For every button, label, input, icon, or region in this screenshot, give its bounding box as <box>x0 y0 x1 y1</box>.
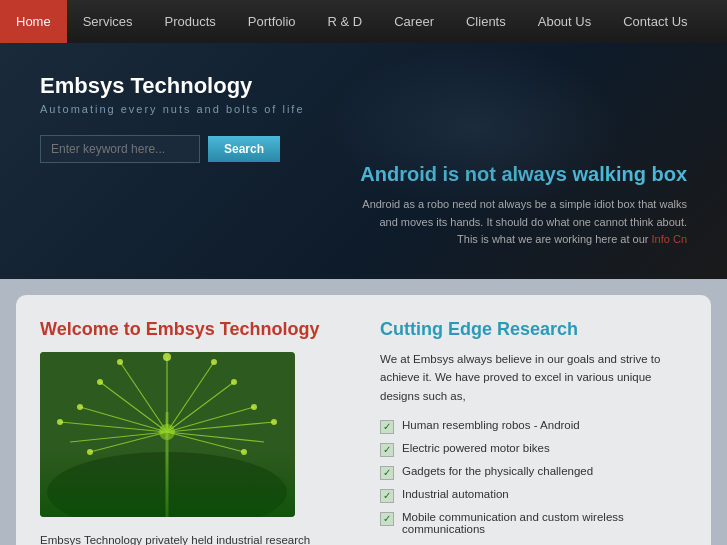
android-text: Android as a robo need not always be a s… <box>357 196 687 249</box>
svg-point-1 <box>47 452 287 517</box>
android-link[interactable]: Info Cn <box>652 233 687 245</box>
content-card: Welcome to Embsys Technology <box>16 295 711 545</box>
hero-section: Embsys Technology Automating every nuts … <box>0 43 727 279</box>
android-title: Android is not always walking box <box>357 163 687 186</box>
right-column: Cutting Edge Research We at Embsys alway… <box>380 319 687 545</box>
svg-point-18 <box>77 404 83 410</box>
hero-right: Android is not always walking box Androi… <box>357 163 687 249</box>
checkbox-icon: ✓ <box>380 466 394 480</box>
svg-point-23 <box>57 419 63 425</box>
navbar: Home Services Products Portfolio R & D C… <box>0 0 727 43</box>
nav-contact[interactable]: Contact Us <box>607 0 703 43</box>
svg-point-21 <box>211 359 217 365</box>
hero-subtitle: Automating every nuts and bolts of life <box>40 103 360 115</box>
list-item: ✓ Electric powered motor bikes <box>380 442 687 457</box>
svg-point-20 <box>117 359 123 365</box>
svg-point-19 <box>251 404 257 410</box>
search-row: Search <box>40 135 360 163</box>
left-column: Welcome to Embsys Technology <box>40 319 350 545</box>
nav-home[interactable]: Home <box>0 0 67 43</box>
plant-image <box>40 352 295 517</box>
search-button[interactable]: Search <box>208 136 280 162</box>
hero-left: Embsys Technology Automating every nuts … <box>40 73 360 163</box>
welcome-title: Welcome to Embsys Technology <box>40 319 350 340</box>
search-input[interactable] <box>40 135 200 163</box>
nav-rd[interactable]: R & D <box>312 0 379 43</box>
list-item: ✓ Gadgets for the physically challenged <box>380 465 687 480</box>
nav-portfolio[interactable]: Portfolio <box>232 0 312 43</box>
svg-point-26 <box>241 449 247 455</box>
svg-point-25 <box>87 449 93 455</box>
svg-point-16 <box>97 379 103 385</box>
checkbox-icon: ✓ <box>380 420 394 434</box>
nav-products[interactable]: Products <box>149 0 232 43</box>
list-item: ✓ Human resembling robos - Android <box>380 419 687 434</box>
nav-clients[interactable]: Clients <box>450 0 522 43</box>
svg-point-24 <box>271 419 277 425</box>
list-item: ✓ Mobile communication and custom wirele… <box>380 511 687 535</box>
checkbox-icon: ✓ <box>380 512 394 526</box>
nav-career[interactable]: Career <box>378 0 450 43</box>
list-item: ✓ Industrial automation <box>380 488 687 503</box>
nav-services[interactable]: Services <box>67 0 149 43</box>
checkbox-icon: ✓ <box>380 443 394 457</box>
cutting-title: Cutting Edge Research <box>380 319 687 340</box>
nav-about[interactable]: About Us <box>522 0 607 43</box>
cutting-intro: We at Embsys always believe in our goals… <box>380 350 687 405</box>
svg-point-17 <box>231 379 237 385</box>
hero-title: Embsys Technology <box>40 73 360 99</box>
body-text: Embsys Technology privately held industr… <box>40 531 350 545</box>
svg-point-27 <box>159 424 175 440</box>
checkbox-icon: ✓ <box>380 489 394 503</box>
checklist: ✓ Human resembling robos - Android ✓ Ele… <box>380 419 687 535</box>
main-area: Welcome to Embsys Technology <box>0 279 727 545</box>
svg-point-22 <box>163 353 171 361</box>
